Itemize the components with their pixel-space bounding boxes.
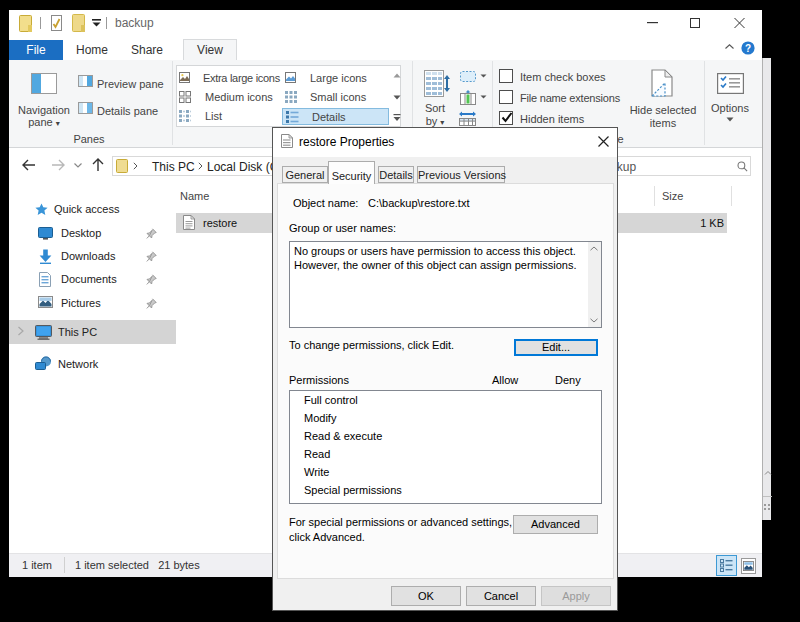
svg-text:?: ? <box>745 43 751 54</box>
